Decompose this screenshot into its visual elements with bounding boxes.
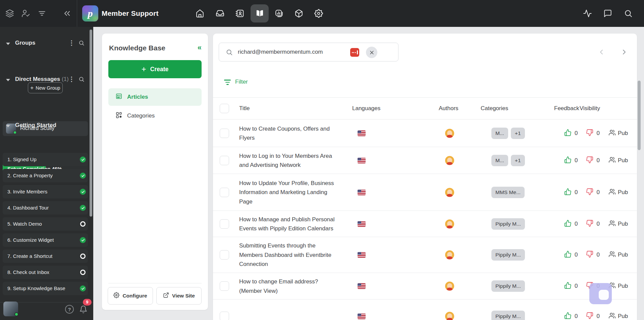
step-incomplete-icon xyxy=(80,270,86,275)
likes-count: 0 xyxy=(575,157,578,164)
getting-started-step[interactable]: 5. Watch Demo xyxy=(3,217,88,231)
row-checkbox[interactable] xyxy=(220,129,229,138)
visibility-value: Pub xyxy=(618,130,628,137)
getting-started-step[interactable]: 4. Dashboard Tour xyxy=(3,201,88,215)
direct-messages-menu-icon[interactable]: ⋮ xyxy=(68,75,74,83)
nav-products-icon[interactable] xyxy=(290,4,308,22)
password-manager-extension-icon[interactable] xyxy=(350,48,359,57)
getting-started-label: Getting Started xyxy=(15,122,56,129)
tab-articles[interactable]: Articles xyxy=(108,88,202,106)
article-title-link[interactable]: How to Update Your Profile, Business Inf… xyxy=(239,178,357,206)
article-search-input[interactable]: richard@membermomentum.com xyxy=(219,43,398,61)
groups-caret-icon[interactable] xyxy=(6,43,10,45)
us-flag-icon xyxy=(358,313,366,319)
users-icon xyxy=(609,220,615,228)
topbar-divider xyxy=(77,0,77,27)
users-icon xyxy=(609,129,615,137)
column-visibility: Visibility xyxy=(580,98,600,119)
getting-started-caret-icon[interactable] xyxy=(6,125,10,127)
groups-menu-icon[interactable]: ⋮ xyxy=(68,39,74,47)
table-row[interactable]: How to change Email address? (Member Vie… xyxy=(213,273,637,300)
getting-started-step[interactable]: 1. Signed Up xyxy=(3,153,88,166)
author-avatar xyxy=(445,129,454,138)
notifications-bell-icon[interactable] xyxy=(79,305,88,315)
category-pills: M...+1 xyxy=(491,155,525,166)
main-scrollbar[interactable] xyxy=(638,81,641,150)
getting-started-step[interactable]: 8. Check out Inbox xyxy=(3,266,88,279)
table-row[interactable]: How to Log in to Your Members Area and A… xyxy=(213,147,637,174)
row-checkbox[interactable] xyxy=(220,156,229,165)
articles-icon xyxy=(115,93,122,101)
step-complete-icon xyxy=(80,237,86,243)
tab-categories[interactable]: Categories xyxy=(108,107,202,125)
article-title-link[interactable]: How to Log in to Your Members Area and A… xyxy=(239,151,357,170)
nav-reports-icon[interactable] xyxy=(270,4,288,22)
step-label: 5. Watch Demo xyxy=(7,217,42,231)
view-site-button[interactable]: View Site xyxy=(156,287,202,305)
collapse-panel-icon[interactable]: « xyxy=(198,44,202,51)
thumbs-down-icon xyxy=(586,188,593,197)
nav-home-icon[interactable] xyxy=(191,4,209,22)
flag-en-US xyxy=(358,189,366,195)
table-row[interactable]: How to Update Your Profile, Business Inf… xyxy=(213,174,637,211)
table-row[interactable]: How to Create Coupons, Offers and Flyers… xyxy=(213,120,637,147)
current-user-avatar[interactable] xyxy=(3,302,18,316)
nav-inbox-icon[interactable] xyxy=(211,4,229,22)
row-checkbox[interactable] xyxy=(220,312,229,320)
direct-messages-caret-icon[interactable] xyxy=(6,79,10,81)
nav-settings-icon[interactable] xyxy=(310,4,328,22)
filter-button[interactable]: Filter xyxy=(224,79,248,85)
user-check-icon[interactable] xyxy=(21,9,30,18)
direct-messages-section-header: Direct Messages (1) ⋮ xyxy=(0,74,93,86)
sidebar-scrollbar[interactable] xyxy=(90,30,92,217)
article-title-link[interactable]: Submitting Events through the Members Da… xyxy=(239,241,357,269)
help-icon[interactable]: ? xyxy=(65,305,74,314)
thumbs-down-icon xyxy=(586,250,593,259)
clear-search-icon[interactable] xyxy=(366,47,377,58)
nav-knowledge-base-icon[interactable] xyxy=(251,4,269,22)
direct-messages-count: (1) xyxy=(62,76,69,82)
panel-divider xyxy=(108,283,202,283)
plus-icon: + xyxy=(142,65,146,73)
row-checkbox[interactable] xyxy=(220,219,229,229)
sort-filter-icon[interactable] xyxy=(38,9,46,18)
article-title-link[interactable]: How to change Email address? (Member Vie… xyxy=(239,277,357,295)
category-pill: M... xyxy=(491,155,508,166)
row-checkbox[interactable] xyxy=(220,188,229,197)
nav-contacts-icon[interactable] xyxy=(231,4,249,22)
category-pills: Pippily M... xyxy=(491,249,525,261)
row-checkbox[interactable] xyxy=(220,250,229,260)
getting-started-step[interactable]: 6. Customize Widget xyxy=(3,233,88,247)
next-page-icon[interactable] xyxy=(620,48,628,57)
category-pill: Pippily M... xyxy=(491,249,525,261)
floating-widget-button[interactable] xyxy=(589,283,612,304)
feedback-counts: 00 xyxy=(564,220,600,228)
visibility-cell: Pub xyxy=(609,156,628,165)
create-button[interactable]: +Create xyxy=(108,60,202,78)
collapse-sidebar-icon[interactable] xyxy=(62,9,72,18)
category-pills: Pippily M... xyxy=(491,311,525,320)
getting-started-step[interactable]: 9. Setup Knowledge Base xyxy=(3,282,88,295)
layers-icon[interactable] xyxy=(5,9,14,18)
search-icon[interactable] xyxy=(624,9,633,18)
chat-icon[interactable] xyxy=(603,9,612,18)
visibility-value: Pub xyxy=(618,313,628,320)
article-title-link[interactable]: How to Manage and Publish Personal Event… xyxy=(239,215,357,233)
previous-page-icon[interactable] xyxy=(597,48,605,57)
activity-icon[interactable] xyxy=(583,9,592,18)
direct-messages-search-icon[interactable] xyxy=(78,76,85,84)
getting-started-step[interactable]: 7. Create a Shortcut xyxy=(3,249,88,263)
table-row[interactable]: How to Manage and Publish Personal Event… xyxy=(213,211,637,237)
row-checkbox[interactable] xyxy=(220,281,229,291)
category-pill: Pippily M... xyxy=(491,311,525,320)
article-title-link[interactable]: How to Create Coupons, Offers and Flyers xyxy=(239,124,357,142)
step-incomplete-icon xyxy=(80,254,86,259)
getting-started-step[interactable]: 2. Create a Property xyxy=(3,169,88,182)
table-row[interactable]: Pippily M...00Pub xyxy=(213,300,637,320)
getting-started-step[interactable]: 3. Invite Members xyxy=(3,185,88,198)
table-row[interactable]: Submitting Events through the Members Da… xyxy=(213,237,637,273)
select-all-checkbox[interactable] xyxy=(220,104,229,113)
groups-search-icon[interactable] xyxy=(78,40,85,47)
configure-button[interactable]: Configure xyxy=(108,287,153,305)
thumbs-up-icon xyxy=(564,312,572,320)
